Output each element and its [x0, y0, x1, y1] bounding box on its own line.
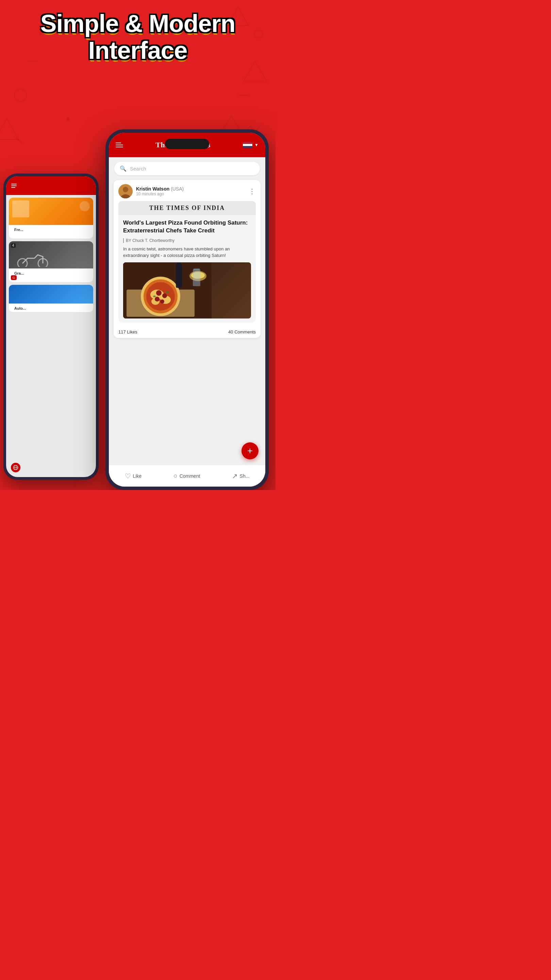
svg-point-17 [123, 187, 128, 192]
post-time: 10 minutes ago [136, 192, 184, 196]
svg-point-30 [160, 299, 164, 304]
svg-rect-37 [193, 269, 200, 286]
news-card: THE TIMES OF INDIA World's Largest Pizza… [118, 201, 256, 323]
news-source-bar: THE TIMES OF INDIA [118, 201, 256, 215]
comment-label: Comment [179, 473, 200, 479]
svg-marker-1 [243, 61, 267, 82]
share-action[interactable]: ↗ Sh... [232, 472, 250, 480]
svg-point-28 [162, 293, 167, 298]
hamburger-line-2 [116, 145, 123, 145]
user-name: Kristin Watson (USA) [136, 186, 184, 192]
svg-rect-36 [177, 262, 181, 267]
fg-phone-screen: The Times Press ▼ 🔍 Search [109, 133, 265, 487]
post-user: Kristin Watson (USA) 10 minutes ago [118, 184, 184, 198]
svg-point-4 [14, 89, 27, 102]
foreground-phone: The Times Press ▼ 🔍 Search [105, 129, 269, 490]
svg-point-31 [166, 291, 169, 293]
bg-phone-header [6, 176, 96, 195]
bg-card-3-img [9, 285, 93, 304]
user-name-text: Kristin Watson [136, 186, 169, 192]
hero-section: Simple & Modern Interface [0, 10, 275, 64]
user-country: (USA) [171, 186, 184, 192]
flag-blue [243, 146, 252, 148]
share-icon: ↗ [232, 472, 238, 480]
news-image [123, 262, 251, 318]
search-bar-wrapper: 🔍 Search [109, 157, 265, 180]
bg-hamburger-icon [11, 184, 17, 188]
bg-card-2-img: 4 [9, 241, 93, 269]
fab-button[interactable]: + [241, 442, 259, 460]
bg-card-2: 4 Gra... G [9, 241, 93, 282]
hamburger-line-1 [116, 143, 121, 143]
hero-title: Simple & Modern Interface [0, 10, 275, 64]
hero-line2: Interface [88, 37, 187, 64]
bg-card-1-label: Fre... [11, 226, 26, 233]
like-label: Like [133, 473, 142, 479]
comment-action[interactable]: ○ Comment [173, 472, 200, 480]
bg-phone-screen: Fre... 4 Gra... [6, 176, 96, 477]
share-label: Sh... [240, 473, 250, 479]
flag-icon [243, 142, 252, 148]
bg-card-2-badge: G [11, 275, 17, 280]
hamburger-line-3 [116, 147, 123, 147]
post-card: Kristin Watson (USA) 10 minutes ago ⋮ TH… [114, 180, 260, 338]
bg-card-1-img [9, 198, 93, 225]
more-options-button[interactable]: ⋮ [249, 187, 256, 195]
user-avatar [118, 184, 133, 198]
background-phone: Fre... 4 Gra... [3, 173, 98, 480]
hero-line1: Simple & Modern [40, 10, 235, 37]
svg-point-29 [155, 297, 159, 301]
comment-icon: ○ [173, 472, 178, 480]
hamburger-button[interactable] [116, 143, 123, 147]
news-excerpt: In a cosmic twist, astronomers have stum… [123, 246, 251, 259]
svg-rect-35 [176, 264, 182, 288]
svg-rect-38 [194, 269, 200, 270]
bg-card-2-number: 4 [11, 243, 16, 248]
language-dropdown-chevron[interactable]: ▼ [254, 143, 259, 147]
bg-card-1: Fre... [9, 198, 93, 239]
search-bar[interactable]: 🔍 Search [114, 162, 260, 175]
search-icon: 🔍 [120, 165, 127, 172]
phone-notch [165, 139, 209, 149]
bg-global-icon [11, 463, 21, 472]
news-content: World's Largest Pizza Found Orbiting Sat… [118, 215, 256, 323]
svg-point-32 [153, 295, 156, 297]
like-action[interactable]: ♡ Like [125, 472, 142, 480]
like-icon: ♡ [125, 472, 131, 480]
likes-count: 117 Likes [118, 329, 137, 334]
bg-card-3: Auto... [9, 285, 93, 312]
user-info: Kristin Watson (USA) 10 minutes ago [136, 186, 184, 196]
post-header: Kristin Watson (USA) 10 minutes ago ⋮ [114, 180, 260, 201]
news-headline: World's Largest Pizza Found Orbiting Sat… [123, 219, 251, 235]
bg-phone-content: Fre... 4 Gra... [6, 195, 96, 318]
post-footer: 117 Likes 40 Comments [114, 326, 260, 338]
search-placeholder: Search [130, 166, 146, 172]
phones-container: Fre... 4 Gra... [0, 116, 275, 490]
news-byline: BY Chuck T. Chortleworthy [123, 238, 251, 243]
svg-point-27 [156, 290, 162, 296]
action-bar: ♡ Like ○ Comment ↗ Sh... [109, 465, 265, 487]
bg-card-3-label: Auto... [11, 305, 29, 312]
fab-icon: + [247, 445, 253, 456]
comments-count: 40 Comments [228, 329, 256, 334]
header-right: ▼ [243, 142, 259, 148]
news-source-title: THE TIMES OF INDIA [149, 205, 225, 211]
